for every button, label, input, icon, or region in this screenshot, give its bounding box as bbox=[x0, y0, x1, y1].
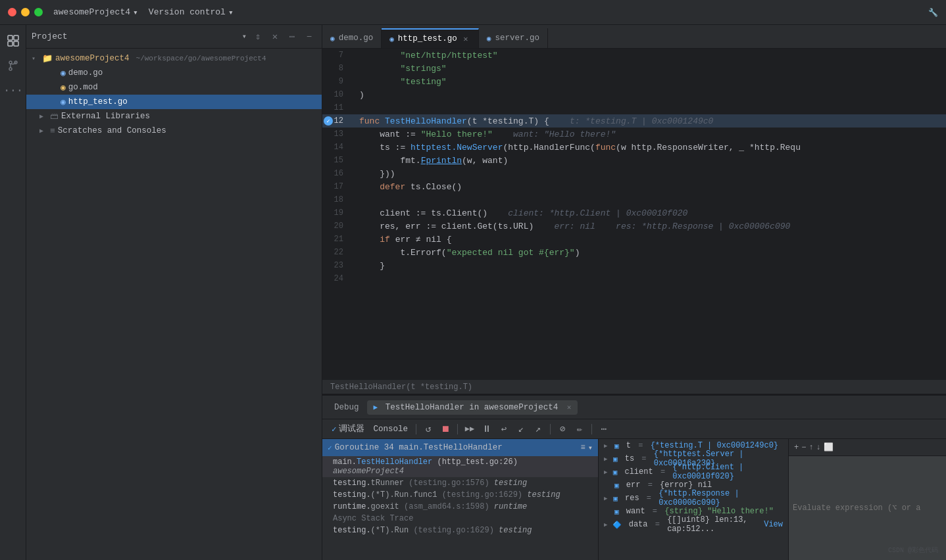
sidebar-icon-git[interactable] bbox=[3, 55, 24, 76]
edit-config-btn[interactable]: ✏ bbox=[572, 421, 587, 437]
version-control-menu[interactable]: Version control ▾ bbox=[149, 7, 234, 18]
tab-server-go[interactable]: ◉ server.go bbox=[479, 28, 548, 48]
pause-btn[interactable]: ⏸ bbox=[479, 421, 495, 437]
project-menu[interactable]: awesomeProject4 ▾ bbox=[53, 7, 138, 18]
svg-rect-0 bbox=[8, 35, 12, 40]
sidebar-icon-project[interactable] bbox=[3, 30, 24, 51]
mute-btn[interactable]: ⊘ bbox=[555, 421, 570, 437]
maximize-button[interactable] bbox=[34, 8, 43, 16]
step-into-btn[interactable]: ↙ bbox=[513, 421, 529, 437]
var-ts-arrow: ▶ bbox=[604, 455, 610, 463]
stack-frame-0[interactable]: main.TestHelloHandler (http_test.go:26) … bbox=[322, 456, 598, 477]
line-num-18: 18 bbox=[322, 195, 354, 204]
http-test-go-label: http_test.go bbox=[68, 97, 128, 106]
debug-tab-debug[interactable]: Debug bbox=[328, 400, 366, 415]
code-line-10: 10 ) bbox=[322, 88, 946, 101]
stop-btn[interactable]: ⏹ bbox=[437, 421, 453, 437]
var-data-val: {[]uint8} len:13, cap:512... bbox=[667, 515, 761, 534]
stack-frame-1[interactable]: testing.tRunner (testing.go:1576) testin… bbox=[322, 477, 598, 489]
line-num-15: 15 bbox=[322, 156, 354, 165]
line-content-14: ts := httptest.NewServer(http.HandlerFun… bbox=[354, 143, 946, 152]
resume-btn[interactable]: ▶▶ bbox=[462, 421, 478, 437]
debug-panel: Debug ▶ TestHelloHandler in awesomeProje… bbox=[322, 394, 946, 560]
eval-expression-input[interactable] bbox=[789, 456, 946, 560]
var-item-client[interactable]: ▶ ▣ client = {*http.Client | 0xc00010f02… bbox=[599, 465, 788, 478]
scratches-icon: ≡ bbox=[50, 126, 55, 136]
rerun-btn[interactable]: ↺ bbox=[420, 421, 436, 437]
minimize-button[interactable] bbox=[21, 8, 30, 16]
var-t-arrow: ▶ bbox=[604, 442, 612, 450]
line-num-12: ✓ 12 bbox=[322, 116, 354, 126]
tab-http-test-go[interactable]: ◉ http_test.go ✕ bbox=[382, 28, 479, 48]
code-line-20: 20 res, err := client.Get(ts.URL) err: n… bbox=[322, 220, 946, 233]
tree-file-demo-go[interactable]: ◉ demo.go bbox=[26, 66, 322, 80]
stack-frame-3[interactable]: runtime.goexit (asm_amd64.s:1598) runtim… bbox=[322, 501, 598, 513]
var-res-icon: ▣ bbox=[613, 494, 618, 503]
debugger-label: 调试器 bbox=[339, 423, 364, 434]
more-btn[interactable]: ⋯ bbox=[596, 421, 612, 437]
var-want-eq: = bbox=[648, 507, 662, 516]
var-item-res[interactable]: ▶ ▣ res = {*http.Response | 0xc00006c090… bbox=[599, 492, 788, 505]
step-out-btn[interactable]: ↗ bbox=[530, 421, 546, 437]
debug-tab-test-handler[interactable]: ▶ TestHelloHandler in awesomeProject4 ✕ bbox=[367, 400, 578, 415]
var-want-val: {string} "Hello there!" bbox=[664, 507, 774, 516]
stack-frame-4[interactable]: testing.(*T).Run (testing.go:1629) testi… bbox=[322, 525, 598, 536]
code-line-21: 21 if err ≠ nil { bbox=[322, 233, 946, 246]
tree-root-folder[interactable]: ▾ 📁 awesomeProject4 ~/workspace/go/aweso… bbox=[26, 51, 322, 66]
vars-panel: ▶ ▣ t = {*testing.T | 0xc0001249c0} ▶ ▣ … bbox=[599, 439, 788, 560]
line-content-19: client := ts.Client() client: *http.Clie… bbox=[354, 208, 946, 218]
tree-file-go-mod[interactable]: ◉ go.mod bbox=[26, 80, 322, 95]
debugger-label-btn[interactable]: ✓ 调试器 bbox=[328, 421, 368, 437]
code-editor[interactable]: 7 "net/http/httptest" 8 "strings" 9 "tes… bbox=[322, 49, 946, 380]
eval-remove-btn[interactable]: − bbox=[801, 443, 806, 452]
svg-rect-1 bbox=[14, 35, 18, 40]
tab-http-test-close[interactable]: ✕ bbox=[461, 34, 470, 43]
eval-down-btn[interactable]: ↓ bbox=[816, 443, 821, 452]
toolbar-sep-2 bbox=[457, 424, 458, 434]
tab-demo-go[interactable]: ◉ demo.go bbox=[322, 28, 382, 48]
sidebar-icon-more[interactable]: ··· bbox=[3, 80, 24, 101]
line-num-7: 7 bbox=[322, 51, 354, 60]
line-content-7: "net/http/httptest" bbox=[354, 51, 946, 60]
minimize-panel-icon[interactable]: − bbox=[302, 30, 316, 44]
var-res-name: res bbox=[620, 494, 639, 503]
tree-external-libraries[interactable]: ▶ 🗃 External Libraries bbox=[26, 109, 322, 124]
var-client-arrow: ▶ bbox=[604, 469, 610, 476]
code-line-15: 15 fmt.Fprintln(w, want) bbox=[322, 154, 946, 167]
scratches-arrow: ▶ bbox=[39, 127, 47, 135]
var-data-view-link[interactable]: View bbox=[764, 520, 783, 529]
console-tab-btn[interactable]: Console bbox=[370, 421, 412, 437]
project-tree: ▾ 📁 awesomeProject4 ~/workspace/go/aweso… bbox=[26, 49, 322, 560]
tab-demo-go-icon: ◉ bbox=[330, 34, 335, 43]
code-line-7: 7 "net/http/httptest" bbox=[322, 49, 946, 62]
goroutine-label: Goroutine 34 main.TestHelloHandler bbox=[335, 443, 578, 452]
goroutine-header[interactable]: ✓ Goroutine 34 main.TestHelloHandler ≡ ▾ bbox=[322, 439, 598, 456]
expand-all-icon[interactable]: ⇕ bbox=[251, 30, 265, 44]
close-button[interactable] bbox=[8, 8, 16, 16]
tree-file-http-test-go[interactable]: ◉ http_test.go bbox=[26, 95, 322, 109]
stack-frame-2[interactable]: testing.(*T).Run.func1 (testing.go:1629)… bbox=[322, 489, 598, 501]
tree-scratches-consoles[interactable]: ▶ ≡ Scratches and Consoles bbox=[26, 124, 322, 138]
eval-toolbar: + − ↑ ↓ ⬜ bbox=[789, 439, 946, 456]
titlebar-menu: awesomeProject4 ▾ Version control ▾ bbox=[53, 7, 234, 18]
line-content-20: res, err := client.Get(ts.URL) err: nil … bbox=[354, 222, 946, 231]
eval-panel: + − ↑ ↓ ⬜ bbox=[788, 439, 946, 560]
var-t-icon: ▣ bbox=[614, 442, 619, 450]
close-panel-icon[interactable]: ✕ bbox=[268, 30, 282, 44]
toolbar-sep-1 bbox=[416, 424, 416, 434]
var-err-eq: = bbox=[643, 480, 657, 490]
step-over-btn[interactable]: ↩ bbox=[496, 421, 512, 437]
stack-func-0: main.TestHelloHandler (http_test.go:26) … bbox=[333, 457, 593, 476]
debug-tab-close-icon[interactable]: ✕ bbox=[567, 404, 572, 411]
eval-up-btn[interactable]: ↑ bbox=[809, 443, 813, 452]
var-data-icon: 🔷 bbox=[612, 521, 622, 529]
root-folder-path: ~/workspace/go/awesomeProject4 bbox=[136, 55, 266, 62]
eval-settings-btn[interactable]: ⬜ bbox=[824, 442, 834, 452]
eval-add-btn[interactable]: + bbox=[794, 443, 799, 452]
line-content-23: } bbox=[354, 261, 946, 271]
folder-icon: 📁 bbox=[42, 53, 53, 64]
options-icon[interactable]: ⋯ bbox=[285, 30, 299, 44]
tab-server-label: server.go bbox=[495, 34, 539, 43]
debug-toolbar: ✓ 调试器 Console ↺ ⏹ ▶▶ ⏸ ↩ ↙ ↗ ⊘ ✏ ⋯ bbox=[322, 419, 946, 439]
var-item-data[interactable]: ▶ 🔷 data = {[]uint8} len:13, cap:512... … bbox=[599, 518, 788, 531]
